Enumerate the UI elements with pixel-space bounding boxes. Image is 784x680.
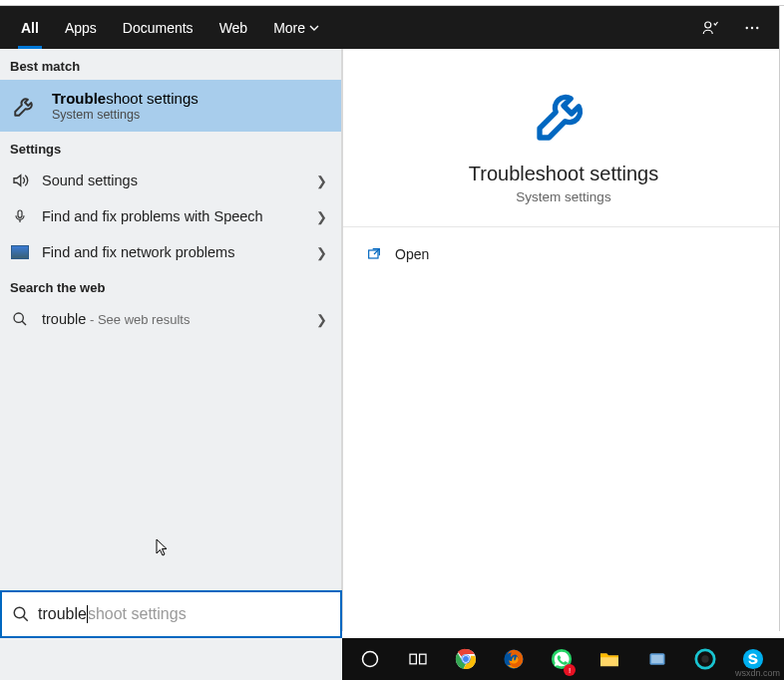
taskbar-cortana[interactable] bbox=[348, 638, 392, 680]
svg-point-2 bbox=[751, 26, 753, 28]
open-icon bbox=[365, 245, 383, 263]
svg-point-0 bbox=[705, 22, 711, 28]
chevron-right-icon: ❯ bbox=[316, 209, 327, 224]
web-search-item[interactable]: trouble - See web results ❯ bbox=[0, 301, 341, 337]
results-panel: Best match Troubleshoot settings System … bbox=[0, 49, 342, 631]
detail-subtitle: System settings bbox=[516, 189, 610, 204]
tab-all[interactable]: All bbox=[8, 6, 52, 49]
taskbar-chrome[interactable] bbox=[444, 638, 488, 680]
settings-item-sound[interactable]: Sound settings ❯ bbox=[0, 163, 341, 198]
svg-point-5 bbox=[14, 313, 23, 322]
tab-documents[interactable]: Documents bbox=[110, 6, 206, 49]
svg-rect-10 bbox=[420, 654, 426, 664]
detail-title: Troubleshoot settings bbox=[469, 163, 658, 185]
svg-rect-19 bbox=[651, 655, 663, 663]
taskbar-app-blue[interactable] bbox=[635, 638, 679, 680]
settings-item-network[interactable]: Find and fix network problems ❯ bbox=[0, 234, 341, 270]
feedback-icon[interactable] bbox=[692, 10, 728, 46]
svg-point-7 bbox=[14, 607, 25, 618]
mic-icon bbox=[10, 206, 30, 226]
taskbar-taskview[interactable] bbox=[396, 638, 440, 680]
wrench-icon bbox=[10, 91, 40, 121]
search-icon bbox=[10, 309, 30, 329]
section-search-web: Search the web bbox=[0, 270, 341, 301]
taskbar-firefox[interactable] bbox=[492, 638, 536, 680]
open-action[interactable]: Open bbox=[365, 241, 762, 267]
notification-badge: ! bbox=[564, 664, 576, 676]
chevron-down-icon bbox=[309, 23, 319, 33]
settings-item-speech[interactable]: Find and fix problems with Speech ❯ bbox=[0, 198, 341, 234]
search-box[interactable]: troubleshoot settings bbox=[0, 590, 342, 638]
section-best-match: Best match bbox=[0, 49, 341, 80]
mouse-cursor-icon bbox=[155, 537, 171, 557]
chevron-right-icon: ❯ bbox=[316, 173, 327, 188]
svg-point-21 bbox=[701, 655, 708, 662]
search-input[interactable]: troubleshoot settings bbox=[38, 605, 187, 624]
taskbar-app-teal[interactable] bbox=[683, 638, 727, 680]
more-options-icon[interactable] bbox=[734, 10, 770, 46]
taskbar-explorer[interactable] bbox=[588, 638, 631, 680]
taskbar: ! bbox=[342, 638, 784, 680]
search-tabs: All Apps Documents Web More bbox=[0, 6, 784, 49]
svg-rect-4 bbox=[18, 210, 22, 217]
search-icon bbox=[12, 605, 30, 623]
svg-point-1 bbox=[746, 26, 748, 28]
tab-more[interactable]: More bbox=[260, 6, 332, 49]
watermark: wsxdn.com bbox=[735, 668, 780, 678]
taskbar-whatsapp[interactable]: ! bbox=[540, 638, 584, 680]
tab-apps[interactable]: Apps bbox=[52, 6, 110, 49]
svg-point-8 bbox=[363, 652, 378, 667]
chevron-right-icon: ❯ bbox=[316, 312, 327, 327]
wrench-icon-large bbox=[529, 79, 598, 149]
network-icon bbox=[10, 242, 30, 262]
tab-web[interactable]: Web bbox=[206, 6, 261, 49]
svg-point-15 bbox=[463, 656, 469, 662]
best-match-subtitle: System settings bbox=[52, 108, 198, 122]
best-match-result[interactable]: Troubleshoot settings System settings bbox=[0, 80, 341, 132]
best-match-title: Troubleshoot settings bbox=[52, 90, 198, 107]
svg-rect-9 bbox=[410, 654, 416, 664]
section-settings: Settings bbox=[0, 132, 341, 163]
detail-panel: Troubleshoot settings System settings Op… bbox=[342, 49, 784, 631]
window-edge bbox=[779, 6, 784, 631]
chevron-right-icon: ❯ bbox=[316, 245, 327, 260]
sound-icon bbox=[10, 170, 30, 190]
svg-point-3 bbox=[756, 26, 758, 28]
